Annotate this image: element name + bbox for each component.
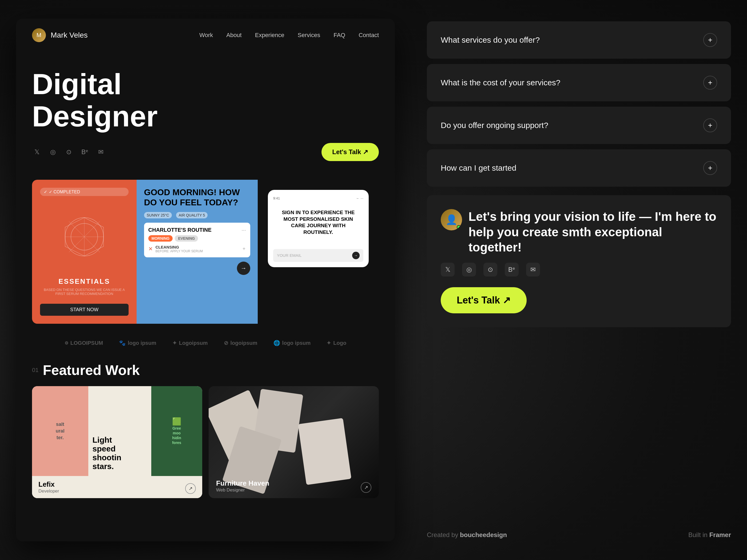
lefix-card-footer: Lefix Developer ↗	[32, 476, 202, 498]
showcase-card-routine: GOOD MORNING! HOW DO YOU FEEL TODAY? SUN…	[136, 180, 258, 324]
routine-title: CHARLOTTE'S ROUTINE	[148, 227, 211, 233]
tab-morning[interactable]: MORNING	[148, 235, 173, 242]
navigation: M Mark Veles Work About Experience Servi…	[16, 19, 395, 52]
logo-3: ✦ Logoipsum	[172, 340, 208, 346]
good-morning-text: GOOD MORNING! HOW DO YOU FEEL TODAY?	[144, 187, 250, 208]
nav-link-experience[interactable]: Experience	[255, 32, 284, 39]
cta-dribbble-icon[interactable]: ⊙	[483, 263, 497, 276]
cleansing-item: ✕ CLEANSING BEFORE: APPLY YOUR SERUM ✦	[148, 245, 246, 253]
section-title: Featured Work	[43, 362, 139, 378]
lefix-center-panel: Lightspeedshootinstars.	[88, 386, 151, 476]
behance-icon[interactable]: Bᵉ	[80, 147, 89, 157]
nav-link-contact[interactable]: Contact	[359, 32, 379, 39]
lefix-type: Developer	[38, 488, 59, 494]
right-panel: What services do you offer? + What is th…	[411, 0, 747, 560]
work-card-lefix[interactable]: salturalter. Lightspeedshootinstars. 🟩 G…	[32, 386, 202, 498]
faq-expand-3[interactable]: +	[703, 118, 717, 132]
essentials-label: ESSENTIALS	[40, 277, 129, 286]
cta-x-icon[interactable]: 𝕏	[441, 263, 455, 276]
cta-header: 👤 Let's bring your vision to life — I'm …	[441, 209, 717, 255]
weather-row: SUNNY 25°C AIR QUALITY 5	[144, 212, 250, 218]
faq-question-1: What services do you offer?	[441, 35, 540, 45]
lefix-arrow[interactable]: ↗	[185, 483, 196, 494]
faq-item-2[interactable]: What is the cost of your services? +	[427, 64, 731, 101]
phone-content: SIGN IN TO EXPERIENCE THE MOST PERSONALI…	[273, 204, 363, 241]
portfolio-showcase: ✓✓ COMPLETED	[32, 180, 379, 324]
cta-social-icons: 𝕏 ◎ ⊙ Bᵉ ✉	[441, 263, 717, 276]
furniture-type: Web Designer	[216, 487, 269, 493]
cta-card: 👤 Let's bring your vision to life — I'm …	[427, 195, 731, 327]
footer-built-in: Built in Framer	[688, 531, 731, 539]
essentials-sub: BASED ON THESE QUESTIONS WE CAN ISSUE A …	[40, 288, 129, 296]
cta-avatar: 👤	[441, 209, 462, 231]
nav-links: Work About Experience Services FAQ Conta…	[199, 32, 379, 39]
email-icon[interactable]: ✉	[96, 147, 106, 157]
cta-behance-icon[interactable]: Bᵉ	[505, 263, 519, 276]
faq-expand-1[interactable]: +	[703, 33, 717, 47]
faq-item-3[interactable]: Do you offer ongoing support? +	[427, 107, 731, 144]
phone-email-input[interactable]: YOUR EMAIL →	[273, 249, 363, 262]
routine-card: CHARLOTTE'S ROUTINE ··· MORNING EVENING …	[144, 223, 250, 257]
faq-section: What services do you offer? + What is th…	[427, 21, 731, 187]
routine-tabs: MORNING EVENING	[148, 235, 246, 242]
logo-5: 🌐 logo ipsum	[274, 340, 311, 346]
footer-framer-link[interactable]: Framer	[710, 531, 731, 538]
instagram-icon[interactable]: ◎	[48, 147, 58, 157]
faq-item-1[interactable]: What services do you offer? +	[427, 21, 731, 59]
hero-title: Digital Designer	[32, 68, 379, 132]
hero-section: Digital Designer 𝕏 ◎ ⊙ Bᵉ ✉ Let's Talk ↗	[16, 52, 395, 172]
cta-lets-talk-button[interactable]: Let's Talk ↗	[441, 287, 526, 313]
hero-social-icons: 𝕏 ◎ ⊙ Bᵉ ✉	[32, 147, 106, 157]
logo-1: ⚙ LOGOIPSUM	[65, 340, 103, 346]
lefix-left-panel: salturalter.	[32, 386, 88, 476]
logo-2: 🐾 logo ipsum	[119, 340, 156, 346]
section-number: 01	[32, 367, 38, 374]
logo-4: ⊘ logoipsum	[224, 340, 257, 346]
avatar-online-status	[457, 225, 461, 229]
showcase-card-phone: 9:41 ← ··· SIGN IN TO EXPERIENCE THE MOS…	[258, 180, 379, 324]
start-now-button[interactable]: START NOW	[40, 304, 129, 316]
nav-link-about[interactable]: About	[226, 32, 242, 39]
furniture-name: Furniture Haven	[216, 479, 269, 487]
footer: Created by boucheedesign Built in Framer	[427, 526, 731, 539]
logos-section: ⚙ LOGOIPSUM 🐾 logo ipsum ✦ Logoipsum ⊘ l…	[16, 332, 395, 354]
showcase-card-essentials: ✓✓ COMPLETED	[32, 180, 136, 324]
phone-mockup: 9:41 ← ··· SIGN IN TO EXPERIENCE THE MOS…	[268, 190, 369, 267]
footer-created-by: Created by boucheedesign	[427, 531, 507, 539]
nav-link-faq[interactable]: FAQ	[334, 32, 345, 39]
faq-question-4: How can I get started	[441, 163, 516, 172]
avatar: M	[32, 28, 46, 42]
logo-6: ✦ Logo	[327, 340, 346, 346]
geometric-icon	[63, 215, 106, 258]
faq-question-2: What is the cost of your services?	[441, 78, 561, 87]
furniture-card-footer: Furniture Haven Web Designer ↗	[209, 474, 379, 498]
nav-name: Mark Veles	[51, 31, 88, 39]
nav-brand: M Mark Veles	[32, 28, 88, 42]
cta-headline: Let's bring your vision to life — I'm he…	[468, 209, 717, 255]
x-icon[interactable]: 𝕏	[32, 147, 42, 157]
faq-question-3: Do you offer ongoing support?	[441, 121, 548, 130]
tab-evening[interactable]: EVENING	[175, 235, 198, 242]
section-header: 01 Featured Work	[32, 362, 379, 378]
completed-badge: ✓✓ COMPLETED	[40, 188, 129, 196]
phone-status-bar: 9:41 ← ···	[273, 195, 363, 201]
work-grid: salturalter. Lightspeedshootinstars. 🟩 G…	[32, 386, 379, 498]
nav-link-work[interactable]: Work	[199, 32, 213, 39]
dribbble-icon[interactable]: ⊙	[64, 147, 74, 157]
footer-creator-link[interactable]: boucheedesign	[460, 531, 507, 538]
lefix-name: Lefix	[38, 480, 59, 488]
cta-email-icon[interactable]: ✉	[526, 263, 540, 276]
cta-instagram-icon[interactable]: ◎	[462, 263, 476, 276]
lefix-right-panel: 🟩 Greemoohidinfores	[151, 386, 202, 476]
faq-expand-4[interactable]: +	[703, 161, 717, 175]
furniture-arrow[interactable]: ↗	[361, 482, 371, 493]
hero-lets-talk-button[interactable]: Let's Talk ↗	[321, 143, 379, 161]
nav-link-services[interactable]: Services	[298, 32, 320, 39]
faq-expand-2[interactable]: +	[703, 76, 717, 89]
routine-arrow-button[interactable]: →	[237, 262, 250, 275]
phone-main-text: SIGN IN TO EXPERIENCE THE MOST PERSONALI…	[276, 209, 361, 236]
weather-sunny: SUNNY 25°C	[144, 212, 172, 218]
work-card-furniture[interactable]: Furniture Haven Web Designer ↗	[209, 386, 379, 498]
featured-work-section: 01 Featured Work salturalter.	[16, 354, 395, 506]
faq-item-4[interactable]: How can I get started +	[427, 149, 731, 187]
